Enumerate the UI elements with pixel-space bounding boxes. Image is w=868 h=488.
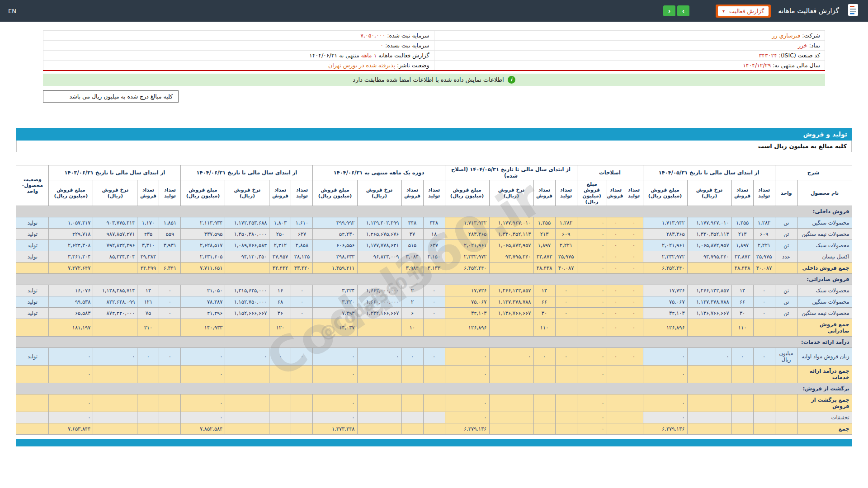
value-cell: ۰: [643, 412, 687, 423]
total-row: جمع برگشت از فروش۰۰۰۰۰۰: [16, 394, 852, 412]
value-cell: ۱۰: [401, 319, 423, 337]
value-cell: ۹۸۷,۸۵۷,۴۷۱: [93, 229, 137, 240]
value-cell: [687, 423, 731, 435]
value-cell: ۱,۱۵۲,۷۵۰,۰۰۰: [225, 296, 269, 308]
value-cell: ۰: [625, 229, 643, 240]
value-cell: ۱,۱۷۲,۴۵۳,۶۸۸: [225, 217, 269, 229]
value-cell: [625, 366, 643, 383]
value-cell: ۱,۱۳۷,۳۷۸,۷۸۸: [687, 296, 731, 308]
total-row: جمع درآمد ارائه خدمات۰۰۰۰۰۰: [16, 366, 852, 383]
value-cell: ۰: [577, 251, 607, 263]
value-cell: [625, 423, 643, 435]
value-cell: ۵۴,۲۳۰: [313, 229, 357, 240]
value-cell: [625, 394, 643, 412]
value-cell: ۰: [291, 285, 313, 296]
value-cell: ۰: [607, 296, 625, 308]
value-cell: [269, 394, 291, 412]
value-cell: ۰: [753, 296, 775, 308]
value-cell: ۷۵: [137, 308, 159, 319]
value-cell: ۰: [753, 308, 775, 319]
value-cell: ۱,۰۶۵,۸۷۲,۹۵۷: [489, 240, 533, 251]
value-cell: ۲۴,۸۷۳: [533, 251, 555, 263]
info-label: شرکت:: [800, 32, 820, 39]
header-sub: نرخ فروش (ریال): [489, 180, 533, 206]
value-cell: [291, 412, 313, 423]
value-cell: [269, 423, 291, 435]
value-cell: ۶,۳۴۱: [159, 263, 181, 274]
value-cell: ۰: [625, 296, 643, 308]
prev-period-button[interactable]: ‹: [663, 5, 675, 16]
value-cell: [357, 423, 401, 435]
value-cell: ۰: [159, 296, 181, 308]
value-cell: ۰: [291, 308, 313, 319]
value-cell: [555, 423, 577, 435]
value-cell: [731, 394, 753, 412]
value-cell: ۱۴: [731, 285, 753, 296]
value-cell: ۱,۷۱۳,۹۴۲: [643, 217, 687, 229]
info-label: نماد:: [807, 42, 820, 49]
value-cell: ۴۴,۲۹۹: [137, 263, 159, 274]
value-cell: ۰: [577, 285, 607, 296]
value-cell: ۵۵۹: [159, 229, 181, 240]
value-cell: ۰: [625, 285, 643, 296]
value-cell: ۳۹,۳۸۴: [137, 251, 159, 263]
info-label: وضعیت ناشر:: [395, 62, 429, 69]
header-sub: تعداد تولید: [555, 180, 577, 206]
value-cell: ۱,۲۶۶,۱۴۲,۸۵۷: [687, 285, 731, 296]
value-cell: ۰: [445, 366, 489, 383]
product-name: محصولات سنگین: [797, 217, 852, 229]
value-cell: [93, 366, 137, 383]
header-group: از ابتدای سال مالی تا تاریخ ۱۴۰۴/۰۵/۳۱: [643, 165, 775, 180]
value-cell: ۷۵,۰۶۷: [445, 296, 489, 308]
value-cell: [607, 412, 625, 423]
header-unit: واحد: [775, 180, 797, 206]
value-cell: ۰: [607, 285, 625, 296]
info-value: خزر: [798, 42, 807, 49]
value-cell: [225, 412, 269, 423]
value-cell: ۰: [93, 348, 137, 366]
value-cell: [93, 412, 137, 423]
header-sub: تعداد فروش: [137, 180, 159, 206]
value-cell: ۲۸۳,۳۶۵: [643, 229, 687, 240]
value-cell: ۰: [555, 285, 577, 296]
product-name: اکسل نیسان: [797, 251, 852, 263]
value-cell: ۶: [401, 308, 423, 319]
value-cell: ۶۰۹: [753, 229, 775, 240]
value-cell: ۰: [181, 366, 225, 383]
report-type-select[interactable]: گزارش فعالیت ▾: [716, 5, 771, 18]
value-cell: ۱۱۰: [533, 319, 555, 337]
status-cell: تولید: [16, 229, 49, 240]
value-cell: [423, 319, 445, 337]
status-cell: [16, 263, 49, 274]
value-cell: [731, 366, 753, 383]
value-cell: [159, 423, 181, 435]
signature-banner-text: اطلاعات نمایش داده شده با اطلاعات امضا ش…: [353, 76, 504, 83]
value-cell: ۲,۳۳۲,۹۷۲: [643, 251, 687, 263]
product-name: جمع فروش صادراتی: [797, 319, 852, 337]
page-title: گزارش فعالیت ماهانه: [778, 7, 839, 15]
info-cell-right: نماد: خزر: [434, 41, 825, 51]
header-sub: نرخ فروش (ریال): [357, 180, 401, 206]
language-toggle[interactable]: EN: [8, 8, 16, 14]
value-cell: ۰: [489, 348, 533, 366]
value-cell: ۱,۲۳۲,۱۶۶,۶۶۷: [357, 308, 401, 319]
product-name: محصولات سنگین: [797, 296, 852, 308]
value-cell: ۰: [577, 263, 607, 274]
info-cell-right: شرکت: فنرسازي زر: [434, 31, 825, 41]
value-cell: ۰: [159, 285, 181, 296]
value-cell: ۰: [445, 348, 489, 366]
value-cell: ۳,۳۱۰: [137, 240, 159, 251]
value-cell: [731, 412, 753, 423]
value-cell: ۲۴,۸۷۳: [731, 251, 753, 263]
report-type-select-inner: گزارش فعالیت ▾: [718, 6, 769, 16]
value-cell: ۲۹۸,۶۳۳: [313, 251, 357, 263]
value-cell: ۸۷۴,۴۴۰,۰۰۰: [93, 308, 137, 319]
next-period-button[interactable]: ›: [677, 5, 689, 16]
data-row: اکسل نیسانعدد۲۵,۹۷۵۲۴,۸۷۳۹۳,۷۹۵,۳۶۰۲,۳۳۲…: [16, 251, 852, 263]
value-cell: ۶۳۷: [423, 240, 445, 251]
value-cell: ۳,۱۳۳: [423, 263, 445, 274]
value-cell: ۷,۴۷۲,۶۴۷: [49, 263, 93, 274]
value-cell: ۰: [49, 366, 93, 383]
value-cell: ۳۴۸: [401, 217, 423, 229]
unit-cell: تن: [775, 229, 797, 240]
